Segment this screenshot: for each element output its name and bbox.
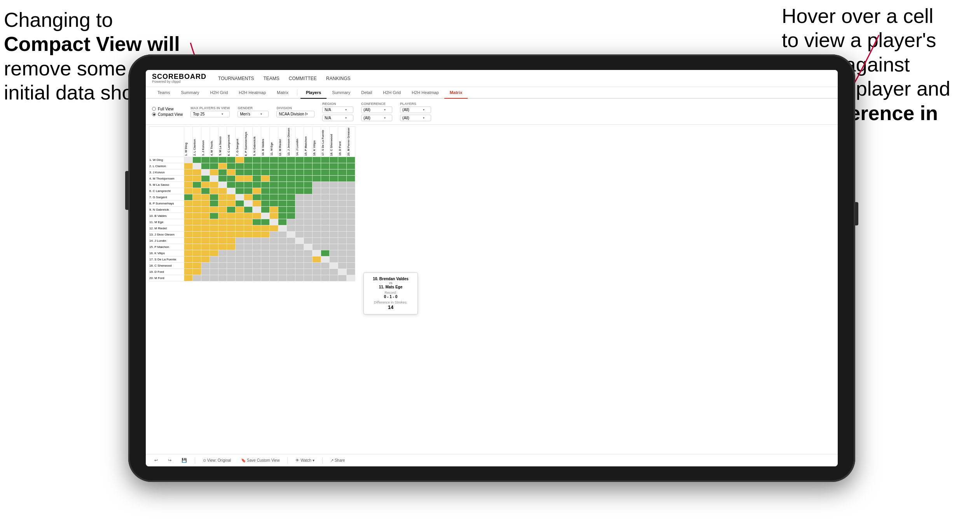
matrix-cell[interactable]	[201, 157, 210, 163]
matrix-cell[interactable]	[227, 231, 236, 237]
matrix-cell[interactable]	[184, 188, 193, 194]
matrix-cell[interactable]	[193, 244, 201, 250]
matrix-cell[interactable]	[347, 163, 355, 169]
matrix-cell[interactable]	[270, 275, 278, 281]
matrix-cell[interactable]	[261, 157, 270, 163]
nav-tournaments[interactable]: TOURNAMENTS	[218, 74, 254, 83]
matrix-cell[interactable]	[338, 275, 347, 281]
matrix-cell[interactable]	[321, 269, 330, 275]
matrix-cell[interactable]	[304, 213, 313, 219]
matrix-cell[interactable]	[295, 237, 304, 244]
matrix-cell[interactable]	[347, 206, 355, 213]
matrix-cell[interactable]	[184, 250, 193, 256]
matrix-cell[interactable]	[184, 181, 193, 188]
matrix-cell[interactable]	[227, 194, 236, 200]
matrix-cell[interactable]	[338, 163, 347, 169]
matrix-cell[interactable]	[227, 237, 236, 244]
matrix-cell[interactable]	[330, 225, 338, 231]
matrix-cell[interactable]	[270, 206, 278, 213]
matrix-cell[interactable]	[304, 175, 313, 181]
matrix-cell[interactable]	[184, 163, 193, 169]
matrix-cell[interactable]	[287, 175, 295, 181]
matrix-cell[interactable]	[270, 213, 278, 219]
matrix-cell[interactable]	[218, 262, 227, 269]
matrix-cell[interactable]	[321, 181, 330, 188]
matrix-cell[interactable]	[244, 163, 253, 169]
matrix-cell[interactable]	[201, 237, 210, 244]
matrix-cell[interactable]	[338, 262, 347, 269]
matrix-cell[interactable]	[304, 256, 313, 262]
matrix-cell[interactable]	[193, 200, 201, 206]
matrix-cell[interactable]	[321, 200, 330, 206]
matrix-cell[interactable]	[287, 200, 295, 206]
matrix-cell[interactable]	[261, 225, 270, 231]
matrix-cell[interactable]	[347, 169, 355, 175]
matrix-cell[interactable]	[270, 231, 278, 237]
matrix-cell[interactable]	[193, 237, 201, 244]
matrix-scroll[interactable]: 1. W Ding2. L Clanton3. J Koivun4. M Tho…	[146, 125, 838, 454]
matrix-cell[interactable]	[330, 163, 338, 169]
matrix-cell[interactable]	[210, 188, 218, 194]
matrix-cell[interactable]	[295, 225, 304, 231]
matrix-cell[interactable]	[304, 194, 313, 200]
tab-summary-left[interactable]: Summary	[175, 87, 204, 99]
matrix-cell[interactable]	[330, 244, 338, 250]
matrix-cell[interactable]	[253, 225, 261, 231]
matrix-cell[interactable]	[236, 256, 244, 262]
tab-h2h-heatmap-left[interactable]: H2H Heatmap	[233, 87, 271, 99]
matrix-cell[interactable]	[295, 157, 304, 163]
matrix-cell[interactable]	[261, 262, 270, 269]
matrix-cell[interactable]	[201, 225, 210, 231]
matrix-cell[interactable]	[218, 275, 227, 281]
matrix-cell[interactable]	[253, 163, 261, 169]
watch-button[interactable]: 👁 Watch ▾	[293, 457, 317, 464]
nav-rankings[interactable]: RANKINGS	[326, 74, 351, 83]
matrix-cell[interactable]	[295, 206, 304, 213]
matrix-cell[interactable]	[347, 194, 355, 200]
matrix-cell[interactable]	[304, 163, 313, 169]
matrix-cell[interactable]	[347, 231, 355, 237]
matrix-cell[interactable]	[270, 219, 278, 225]
tab-h2h-heatmap-right[interactable]: H2H Heatmap	[406, 87, 444, 99]
matrix-cell[interactable]	[218, 163, 227, 169]
matrix-cell[interactable]	[338, 225, 347, 231]
matrix-cell[interactable]	[210, 250, 218, 256]
matrix-cell[interactable]	[184, 219, 193, 225]
matrix-cell[interactable]	[244, 175, 253, 181]
matrix-cell[interactable]	[347, 237, 355, 244]
matrix-cell[interactable]	[236, 206, 244, 213]
matrix-cell[interactable]	[261, 175, 270, 181]
matrix-cell[interactable]	[236, 244, 244, 250]
nav-teams[interactable]: TEAMS	[263, 74, 279, 83]
matrix-cell[interactable]	[278, 219, 287, 225]
matrix-cell[interactable]	[227, 157, 236, 163]
matrix-cell[interactable]	[210, 181, 218, 188]
matrix-cell[interactable]	[270, 225, 278, 231]
matrix-cell[interactable]	[321, 275, 330, 281]
matrix-cell[interactable]	[295, 175, 304, 181]
matrix-cell[interactable]	[201, 269, 210, 275]
matrix-cell[interactable]	[338, 181, 347, 188]
matrix-cell[interactable]	[330, 237, 338, 244]
matrix-cell[interactable]	[338, 231, 347, 237]
matrix-cell[interactable]	[295, 219, 304, 225]
matrix-cell[interactable]	[193, 262, 201, 269]
matrix-cell[interactable]	[236, 163, 244, 169]
matrix-cell[interactable]	[295, 275, 304, 281]
matrix-cell[interactable]	[244, 181, 253, 188]
matrix-cell[interactable]	[236, 200, 244, 206]
matrix-cell[interactable]	[218, 237, 227, 244]
matrix-cell[interactable]	[253, 244, 261, 250]
matrix-cell[interactable]	[278, 163, 287, 169]
matrix-cell[interactable]	[184, 237, 193, 244]
tab-players[interactable]: Players	[300, 87, 327, 99]
nav-committee[interactable]: COMMITTEE	[289, 74, 317, 83]
matrix-cell[interactable]	[210, 219, 218, 225]
matrix-cell[interactable]	[313, 200, 321, 206]
matrix-cell[interactable]	[236, 250, 244, 256]
matrix-cell[interactable]	[278, 250, 287, 256]
matrix-cell[interactable]	[287, 169, 295, 175]
matrix-cell[interactable]	[330, 262, 338, 269]
redo-button[interactable]: ↪	[166, 457, 174, 464]
matrix-cell[interactable]	[193, 169, 201, 175]
